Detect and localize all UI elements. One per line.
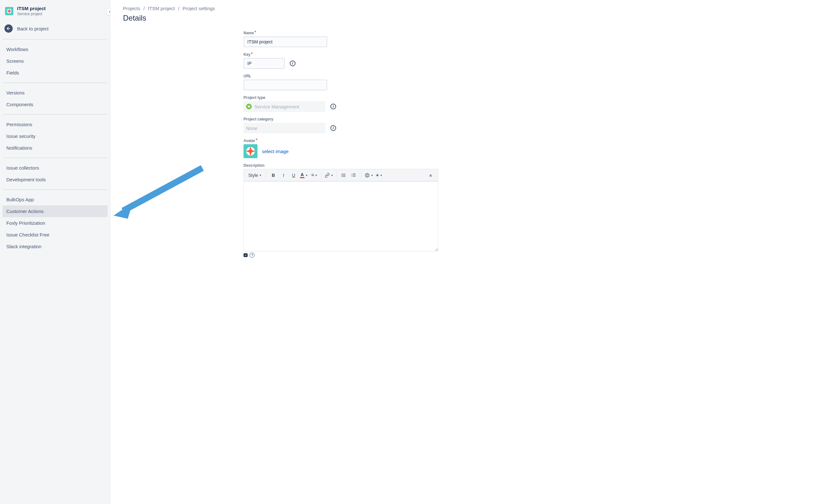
avatar-preview [244,144,257,158]
sidebar-item-customer-actions[interactable]: Customer Actions [2,205,107,217]
sidebar-item-versions[interactable]: Versions [2,87,107,98]
help-icon[interactable]: ? [250,253,255,258]
svg-point-7 [249,149,252,153]
svg-rect-11 [343,175,345,175]
divider [2,39,107,40]
chevron-down-icon: ▾ [331,174,333,177]
sidebar-header: ITSM project Service project [0,0,110,21]
project-category-value: None [246,126,257,131]
svg-rect-9 [343,174,345,174]
text-color-button[interactable]: A▾ [299,170,308,180]
sidebar-item-workflows[interactable]: Workflows [2,43,107,55]
key-label: Key [244,52,253,57]
svg-point-12 [341,176,342,177]
svg-rect-5 [248,106,250,107]
collapse-toolbar-button[interactable] [426,170,435,180]
svg-point-20 [365,174,369,177]
divider [2,158,107,158]
svg-point-8 [341,174,342,174]
divider [2,189,107,190]
more-formatting-button[interactable]: ᵃA▾ [309,170,319,180]
back-label: Back to project [17,26,49,31]
svg-point-1 [8,10,11,12]
divider [2,114,107,115]
numbered-list-button[interactable]: 123 [349,170,359,180]
name-input[interactable] [244,36,327,47]
breadcrumb-project[interactable]: ITSM project [148,6,175,11]
name-label: Name [244,31,256,35]
bullet-list-button[interactable] [339,170,349,180]
project-category-label: Project category [244,117,273,121]
sidebar-item-bulkops-app[interactable]: BulkOps App [2,194,107,205]
project-type-value: Service Management [254,104,299,109]
editor-mode-badge[interactable]: ≡ [244,253,248,257]
details-form: Name Key i URL Project type Service Mana… [244,30,440,258]
sidebar-item-development-tools[interactable]: Development tools [2,174,107,185]
chevron-down-icon: ▾ [380,174,382,177]
svg-rect-13 [343,176,345,177]
project-type-label: Project type [244,95,265,100]
key-input[interactable] [244,58,285,69]
bold-button[interactable]: B [269,170,278,180]
project-avatar-icon [5,7,13,15]
arrow-left-icon [4,24,13,33]
breadcrumb-projects[interactable]: Projects [123,6,140,11]
page-title: Details [123,14,826,22]
sidebar-item-components[interactable]: Components [2,98,107,110]
project-category-field[interactable]: None [244,123,325,133]
info-icon[interactable]: i [331,104,336,109]
svg-point-10 [341,175,342,176]
svg-line-3 [123,168,202,211]
sidebar-item-issue-checklist-free[interactable]: Issue Checklist Free [2,229,107,240]
chevron-down-icon: ▾ [306,174,307,177]
italic-button[interactable]: I [279,170,288,180]
description-editor: Style▾ B I U A▾ ᵃA▾ ▾ [244,169,438,258]
sidebar-item-notifications[interactable]: Notifications [2,142,107,154]
back-to-project-button[interactable]: Back to project [0,21,110,36]
sidebar-item-foxly-prioritization[interactable]: Foxly Prioritization [2,217,107,229]
annotation-arrow [110,162,212,225]
sidebar-item-fields[interactable]: Fields [2,67,107,78]
emoji-button[interactable]: ▾ [364,170,374,180]
underline-button[interactable]: U [289,170,298,180]
divider [2,83,107,83]
sidebar-item-slack-integration[interactable]: Slack integration [2,240,107,252]
chevron-down-icon: ▾ [316,174,317,177]
project-title: ITSM project [17,6,46,11]
description-label: Description [244,163,265,168]
breadcrumb: Projects / ITSM project / Project settin… [123,6,826,11]
sidebar: ITSM project Service project Back to pro… [0,0,110,504]
editor-toolbar: Style▾ B I U A▾ ᵃA▾ ▾ [244,169,438,182]
url-input[interactable] [244,79,327,90]
svg-marker-4 [113,203,132,219]
url-label: URL [244,74,251,78]
svg-point-21 [366,175,367,175]
project-type-field: Service Management [244,101,325,112]
description-textarea[interactable] [244,182,438,251]
project-subtitle: Service project [17,12,46,16]
info-icon[interactable]: i [290,60,296,66]
sidebar-item-permissions[interactable]: Permissions [2,119,107,130]
info-icon[interactable]: i [331,125,336,131]
svg-point-22 [368,175,368,175]
main-content: Projects / ITSM project / Project settin… [110,0,839,504]
sidebar-item-issue-collectors[interactable]: Issue collectors [2,162,107,174]
insert-more-button[interactable]: +▾ [374,170,384,180]
link-button[interactable]: ▾ [324,170,334,180]
breadcrumb-settings[interactable]: Project settings [183,6,215,11]
svg-rect-19 [353,176,355,176]
service-management-icon [246,104,252,109]
select-image-link[interactable]: select image [262,149,288,154]
style-dropdown[interactable]: Style▾ [246,170,263,180]
svg-rect-17 [353,175,355,175]
avatar-label: Avatar [244,139,257,143]
chevron-down-icon: ▾ [371,174,373,177]
sidebar-item-issue-security[interactable]: Issue security [2,130,107,142]
chevron-down-icon: ▾ [260,174,261,177]
svg-text:3: 3 [352,176,353,177]
sidebar-item-screens[interactable]: Screens [2,55,107,67]
